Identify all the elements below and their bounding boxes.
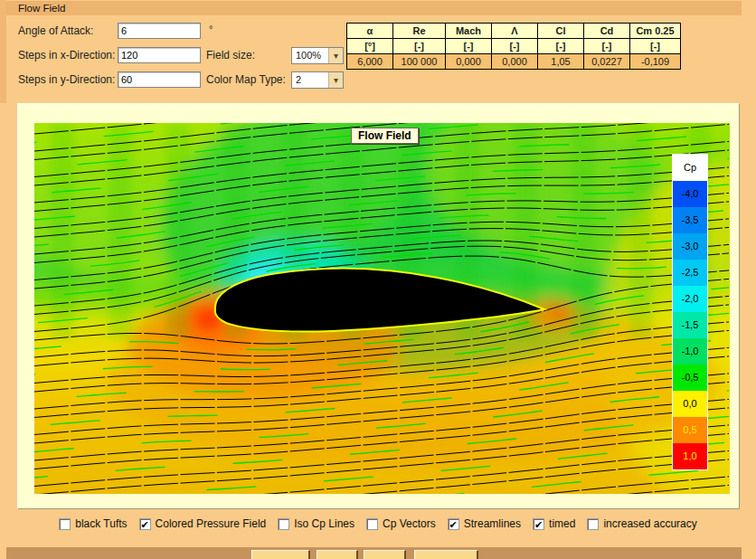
field-size-value: 100% bbox=[292, 48, 328, 63]
results-unit-cell: [-] bbox=[393, 39, 446, 54]
field-size-select[interactable]: 100% ▾ bbox=[291, 47, 344, 64]
checkbox-checked-icon[interactable]: ✔ bbox=[448, 518, 459, 530]
checkbox-colored-pressure-field[interactable]: ✔Colored Pressure Field bbox=[139, 517, 267, 530]
plot-title-box: Flow Field bbox=[351, 128, 419, 144]
steps-y-input[interactable] bbox=[118, 71, 201, 88]
checkbox-label: Colored Pressure Field bbox=[156, 517, 267, 530]
results-value-cell: -0,109 bbox=[630, 54, 681, 70]
flow-field-svg bbox=[34, 123, 730, 494]
color-map-type-select[interactable]: 2 ▾ bbox=[291, 71, 344, 89]
steps-y-label: Steps in y-Direction: bbox=[18, 71, 115, 88]
colorbar: Cp-4,0-3,5-3,0-2,5-2,0-1,5-1,0-0,50,00,5… bbox=[672, 154, 708, 470]
chevron-down-icon[interactable]: ▾ bbox=[328, 48, 343, 63]
bottom-button-4[interactable] bbox=[414, 550, 478, 559]
colorbar-cell: -2,0 bbox=[673, 286, 707, 312]
field-size-label: Field size: bbox=[206, 47, 255, 63]
checkbox-unchecked-icon[interactable] bbox=[59, 518, 71, 530]
results-header-cell: Re bbox=[393, 24, 446, 39]
results-unit-cell: [-] bbox=[446, 39, 492, 54]
checkbox-black-tufts[interactable]: black Tufts bbox=[59, 517, 127, 530]
results-header-cell: α bbox=[347, 24, 393, 39]
color-map-type-value: 2 bbox=[292, 72, 328, 88]
checkbox-label: Streamlines bbox=[464, 517, 521, 530]
plot-panel: Flow Field Cp-4,0-3,5-3,0-2,5-2,0-1,5-1,… bbox=[17, 103, 740, 509]
bottom-toolbar bbox=[6, 547, 742, 559]
results-header-cell: Mach bbox=[446, 24, 492, 39]
steps-x-label: Steps in x-Direction: bbox=[18, 47, 115, 63]
bottom-button-1[interactable] bbox=[251, 550, 310, 559]
results-header-cell: Cl bbox=[538, 24, 584, 39]
checkbox-checked-icon[interactable]: ✔ bbox=[533, 518, 544, 530]
colorbar-cell: 0,0 bbox=[673, 391, 707, 417]
checkbox-iso-cp-lines[interactable]: Iso Cp Lines bbox=[278, 517, 354, 530]
colorbar-cell: -1,0 bbox=[673, 338, 707, 365]
results-value-cell: 100 000 bbox=[393, 54, 446, 70]
colorbar-cell: -2,5 bbox=[673, 260, 707, 286]
results-header-cell: Cd bbox=[584, 24, 630, 39]
checkbox-unchecked-icon[interactable] bbox=[587, 518, 599, 530]
results-unit-cell: [-] bbox=[584, 39, 630, 54]
results-header-cell: Λ bbox=[492, 24, 538, 39]
results-unit-cell: [-] bbox=[492, 39, 538, 54]
steps-x-input[interactable] bbox=[118, 47, 201, 63]
color-map-type-label: Color Map Type: bbox=[206, 71, 286, 88]
checkbox-label: black Tufts bbox=[75, 517, 127, 530]
chevron-down-icon[interactable]: ▾ bbox=[328, 72, 343, 88]
bottom-button-2[interactable] bbox=[317, 550, 358, 559]
results-unit-cell: [-] bbox=[538, 39, 584, 54]
results-table: αReMachΛClCdCm 0.25[°][-][-][-][-][-][-]… bbox=[346, 23, 681, 70]
degree-unit-label: ° bbox=[209, 24, 213, 34]
angle-of-attack-input[interactable] bbox=[118, 23, 201, 39]
checkbox-streamlines[interactable]: ✔Streamlines bbox=[448, 517, 521, 530]
checkbox-cp-vectors[interactable]: Cp Vectors bbox=[366, 517, 436, 530]
results-value-cell: 0,000 bbox=[446, 54, 492, 70]
results-value-cell: 1,05 bbox=[538, 54, 584, 70]
results-header-cell: Cm 0.25 bbox=[630, 24, 681, 39]
flow-field-plot: Flow Field Cp-4,0-3,5-3,0-2,5-2,0-1,5-1,… bbox=[34, 123, 730, 494]
checkbox-label: Cp Vectors bbox=[383, 517, 436, 530]
plot-title: Flow Field bbox=[358, 129, 411, 142]
checkbox-label: timed bbox=[549, 517, 575, 530]
checkbox-checked-icon[interactable]: ✔ bbox=[139, 518, 151, 530]
angle-of-attack-label: Angle of Attack: bbox=[18, 23, 93, 39]
checkbox-increased-accuracy[interactable]: increased accuracy bbox=[587, 517, 696, 530]
colorbar-cell: -1,5 bbox=[673, 312, 707, 338]
colorbar-cell: -3,0 bbox=[673, 233, 707, 260]
checkbox-unchecked-icon[interactable] bbox=[366, 518, 378, 530]
results-unit-cell: [-] bbox=[630, 39, 681, 54]
colorbar-title: Cp bbox=[673, 155, 707, 181]
colorbar-cell: -4,0 bbox=[673, 181, 707, 207]
checkbox-unchecked-icon[interactable] bbox=[278, 518, 289, 530]
window-left-edge bbox=[0, 0, 6, 103]
flow-field-window: Flow Field Angle of Attack: ° Steps in x… bbox=[0, 0, 756, 559]
checkbox-timed[interactable]: ✔timed bbox=[533, 517, 575, 530]
bottom-button-3[interactable] bbox=[364, 550, 406, 559]
results-value-cell: 0,000 bbox=[492, 54, 538, 70]
results-value-cell: 6,000 bbox=[347, 54, 393, 70]
colorbar-cell: 1,0 bbox=[673, 443, 707, 469]
colorbar-cell: -3,5 bbox=[673, 207, 707, 233]
results-unit-cell: [°] bbox=[347, 39, 393, 54]
window-title-bar: Flow Field bbox=[6, 1, 742, 15]
checkbox-label: Iso Cp Lines bbox=[294, 517, 354, 530]
checkbox-label: increased accuracy bbox=[603, 517, 696, 530]
window-title: Flow Field bbox=[18, 3, 65, 14]
colorbar-cell: -0,5 bbox=[673, 365, 707, 391]
options-row: black Tufts✔Colored Pressure FieldIso Cp… bbox=[0, 505, 756, 543]
colorbar-cell: 0,5 bbox=[673, 417, 707, 443]
results-value-cell: 0,0227 bbox=[584, 54, 630, 70]
